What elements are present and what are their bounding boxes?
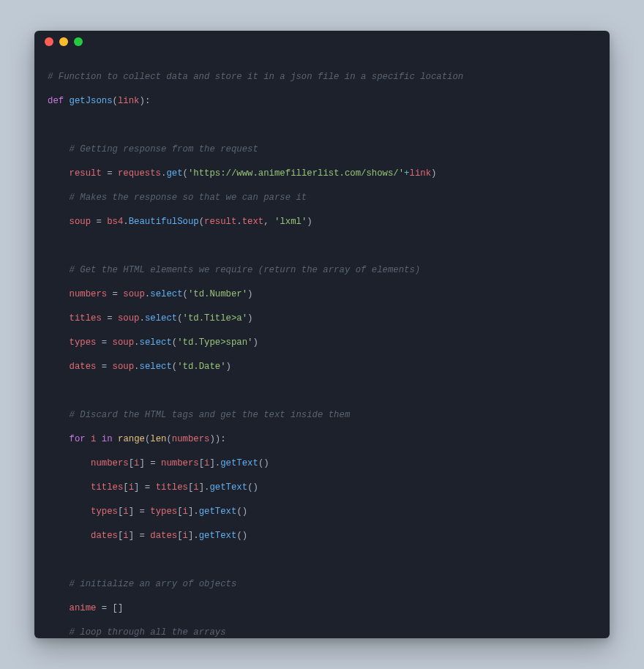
code-param: link <box>118 96 140 106</box>
close-icon[interactable] <box>45 37 53 46</box>
maximize-icon[interactable] <box>74 37 83 46</box>
code-comment: # Getting response from the request <box>70 144 258 154</box>
code-var: soup <box>70 217 91 227</box>
code-comment: # loop through all the arrays <box>70 627 226 638</box>
code-comment: # Discard the HTML tags and get the text… <box>70 410 351 420</box>
editor-window: # Function to collect data and store it … <box>34 31 610 638</box>
code-comment: # initialize an arry of objects <box>70 579 237 589</box>
code-keyword: def <box>48 96 64 106</box>
code-comment: # Makes the response so that we can pars… <box>70 193 307 203</box>
titlebar <box>34 31 610 53</box>
code-var: result <box>70 168 102 179</box>
code-comment: # Get the HTML elements we require (retu… <box>70 265 421 275</box>
code-funcname: getJsons <box>70 96 113 106</box>
minimize-icon[interactable] <box>59 37 68 46</box>
code-content: # Function to collect data and store it … <box>34 53 610 638</box>
code-comment: # Function to collect data and store it … <box>48 72 463 82</box>
